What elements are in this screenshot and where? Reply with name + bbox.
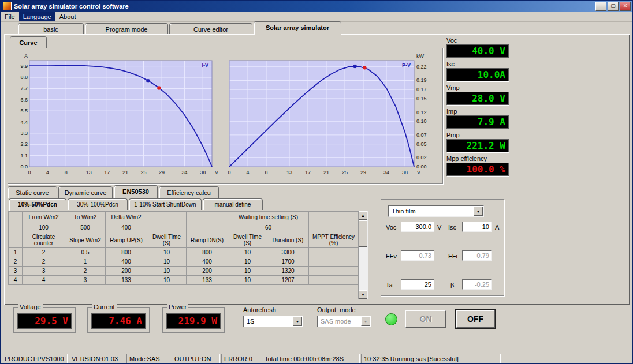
minimize-icon[interactable]: – [595,2,606,11]
table-cell[interactable]: 10 [228,267,267,276]
table-scrollbar[interactable]: ▲ ▼ [358,211,368,299]
svg-text:I-V: I-V [202,62,208,68]
table-cell[interactable] [309,223,359,232]
chevron-down-icon[interactable]: ▼ [293,317,302,326]
table-cell[interactable]: 10 [228,276,267,285]
table-cell: Circulate counter [23,232,65,248]
table-cell[interactable]: 10 [228,257,267,267]
status-segment: Mode:SAS [126,354,170,363]
menu-file[interactable]: File [1,12,19,21]
beta-field[interactable] [462,279,492,290]
subtab-30-100-pdcn[interactable]: 30%-100%Pdcn [68,198,128,210]
table-cell[interactable]: 1 [65,257,106,267]
table-cell[interactable]: 1320 [267,267,309,276]
table-cell[interactable] [309,248,359,257]
table-cell[interactable]: 2 [23,257,65,267]
tab-program-mode[interactable]: Program mode [85,23,168,35]
table-cell[interactable]: 10 [147,267,187,276]
table-cell[interactable]: 800 [106,248,147,257]
autorefresh-select[interactable]: 1S ▼ [243,316,303,327]
panel-type-select[interactable]: Thin film ▼ [388,205,484,217]
table-cell[interactable]: 133 [106,276,147,285]
voc-field[interactable] [401,222,434,232]
ta-field[interactable] [401,279,434,290]
table-cell[interactable] [147,223,187,232]
isc-field[interactable] [462,222,492,232]
svg-text:29: 29 [360,170,366,175]
table-cell[interactable]: 3 [23,267,65,276]
table-cell[interactable]: 10 [147,276,187,285]
table-cell[interactable]: 3 [9,267,23,276]
scrollbar-thumb[interactable] [359,220,367,247]
tab-dynamic-curve[interactable]: Dynamic curve [58,186,113,198]
table-cell [9,212,23,223]
subtab-10-50-pdcn[interactable]: 10%-50%Pdcn [9,198,66,211]
table-cell[interactable]: 1700 [267,257,309,267]
window-title: Solar array simulator control software [14,3,595,10]
tab-curve[interactable]: Curve [10,36,47,48]
svg-text:2.2: 2.2 [20,141,28,147]
table-cell[interactable] [9,223,23,232]
table-cell[interactable]: 1 [9,248,23,257]
table-cell[interactable]: 4 [9,276,23,285]
table-cell[interactable]: 200 [106,267,147,276]
tab-efficiency-calcu[interactable]: Efficiency calcu [159,186,219,198]
chevron-down-icon[interactable]: ▼ [474,207,483,216]
table-cell[interactable]: 10 [147,248,187,257]
table-cell[interactable]: 400 [187,257,228,267]
table-cell [309,212,359,223]
table-cell[interactable]: 200 [187,267,228,276]
en50530-table-container: From W/m2To W/m2Delta W/m2Waiting time s… [8,211,368,299]
output-mode-select[interactable]: SAS mode ▼ [317,316,371,327]
ffv-field[interactable] [401,250,434,261]
table-cell[interactable]: 500 [65,223,106,232]
table-cell[interactable]: 2 [65,267,106,276]
isc-label: Isc [448,224,456,231]
tab-en50530[interactable]: EN50530 [114,185,158,198]
table-cell[interactable]: 100 [23,223,65,232]
svg-text:17: 17 [305,170,311,175]
subtab-1-10-start-shuntdown[interactable]: 1-10% Start ShuntDown [129,198,202,210]
table-cell[interactable]: 60 [228,223,309,232]
subtab-manual-define[interactable]: manual define [203,198,263,210]
maximize-icon[interactable]: ▢ [608,2,619,11]
table-cell[interactable] [187,223,228,232]
measurement-value: 10.0A [446,68,509,81]
measurement-value: 40.0 V [446,44,509,58]
tab-static-curve[interactable]: Static curve [8,186,57,198]
svg-text:5.5: 5.5 [20,108,28,114]
table-cell[interactable]: 10 [147,257,187,267]
table-cell: Dwell Time (S) [147,232,187,248]
scroll-up-icon[interactable]: ▲ [359,211,367,220]
tab-basic[interactable]: basic [18,23,84,35]
table-cell[interactable]: 1207 [267,276,309,285]
on-button[interactable]: ON [405,310,446,328]
menu-language[interactable]: Language [19,12,55,21]
tab-solar-array-simulator[interactable]: Solar array simulator [254,21,341,35]
scroll-down-icon[interactable]: ▼ [359,290,367,299]
off-button[interactable]: OFF [456,310,495,328]
table-cell[interactable]: 2 [23,248,65,257]
table-cell[interactable]: 10 [228,248,267,257]
table-cell[interactable]: 2 [9,257,23,267]
table-cell[interactable]: 0.5 [65,248,106,257]
autorefresh-label: Autorefresh [243,306,276,313]
table-cell[interactable]: 400 [106,223,147,232]
autorefresh-value: 1S [247,318,254,325]
menu-about[interactable]: About [55,12,80,21]
svg-text:0.17: 0.17 [416,87,427,92]
table-cell[interactable] [309,267,359,276]
table-cell[interactable]: 3 [65,276,106,285]
table-cell[interactable] [309,257,359,267]
measurement-item: Isc10.0A [446,61,509,81]
close-icon[interactable]: ✕ [620,2,631,11]
table-cell[interactable]: 400 [106,257,147,267]
table-cell[interactable] [309,276,359,285]
table-cell[interactable]: 4 [23,276,65,285]
table-cell[interactable]: 133 [187,276,228,285]
table-cell[interactable]: 3300 [267,248,309,257]
tab-curve-editor[interactable]: Curve editor [169,23,252,35]
ffi-field[interactable] [462,250,492,261]
chevron-down-icon[interactable]: ▼ [361,317,370,326]
table-cell[interactable]: 800 [187,248,228,257]
